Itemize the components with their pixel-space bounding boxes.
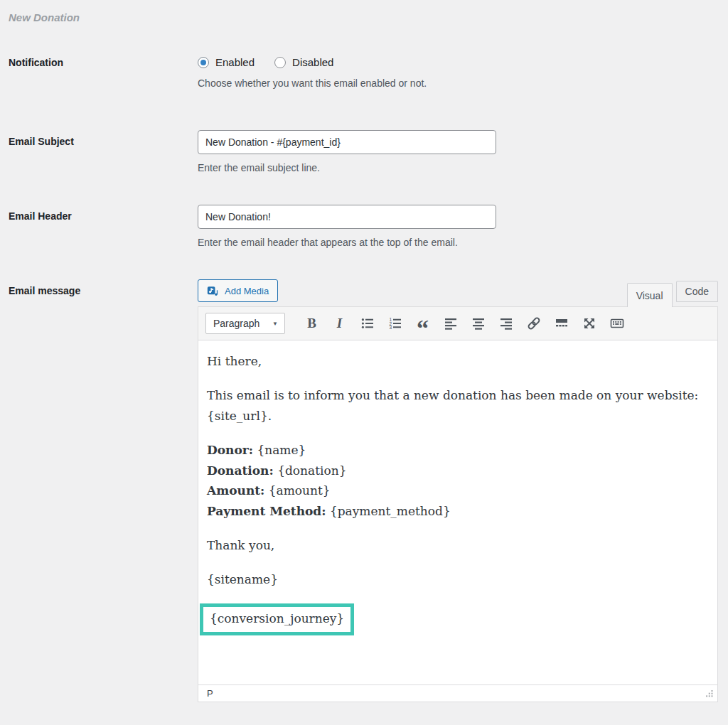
page-title: New Donation [9, 11, 718, 23]
donation-line: Donation: {donation} [207, 461, 707, 481]
conversion-journey-tag-highlighted: {conversion_journey} [200, 603, 354, 635]
payment-method-field-label: Payment Method: [207, 504, 326, 518]
align-right-icon[interactable] [496, 314, 515, 333]
insert-more-tag-icon[interactable] [552, 314, 571, 333]
notification-description: Choose whether you want this email enabl… [198, 77, 718, 89]
link-icon[interactable] [524, 314, 543, 333]
bold-icon[interactable]: B [302, 314, 321, 333]
email-header-input[interactable] [198, 205, 496, 229]
email-settings-page: New Donation Notification Enabled Disabl… [0, 0, 728, 702]
donor-line: Donor: {name} [207, 440, 707, 461]
email-message-label: Email message [9, 279, 198, 702]
amount-field-label: Amount: [207, 483, 264, 498]
email-header-row: Email Header Enter the email header that… [9, 205, 718, 248]
notification-row: Notification Enabled Disabled Choose whe… [9, 56, 718, 89]
radio-disabled-circle[interactable] [274, 57, 286, 68]
element-path: P [207, 688, 213, 699]
tab-code[interactable]: Code [676, 281, 718, 302]
email-header-description: Enter the email header that appears at t… [198, 237, 718, 248]
radio-enabled[interactable]: Enabled [198, 56, 255, 68]
tab-visual[interactable]: Visual [627, 283, 673, 307]
email-body-editor[interactable]: Hi there, This email is to inform you th… [198, 340, 717, 684]
greeting-paragraph: Hi there, [207, 351, 707, 372]
radio-enabled-label: Enabled [215, 56, 255, 68]
donor-field-label: Donor: [207, 443, 253, 457]
notification-radio-group: Enabled Disabled [198, 56, 718, 68]
email-header-label: Email Header [9, 205, 198, 248]
align-center-icon[interactable] [469, 314, 488, 333]
italic-icon[interactable]: I [330, 314, 349, 333]
add-media-icon [207, 285, 219, 297]
editor-mode-tabs: Visual Code [627, 281, 718, 306]
add-media-button[interactable]: Add Media [198, 279, 278, 302]
donation-field-tag: {donation} [277, 463, 346, 478]
editor-toolbar: Paragraph ▼ B I [198, 307, 717, 340]
donation-field-label: Donation: [207, 463, 274, 478]
notification-label: Notification [9, 56, 198, 89]
signature-paragraph: {sitename} [207, 569, 707, 590]
svg-text:3: 3 [389, 325, 392, 330]
editor-status-bar: P [198, 684, 717, 702]
chevron-down-icon: ▼ [272, 321, 278, 327]
amount-line: Amount: {amount} [207, 480, 707, 501]
donation-fields-paragraph: Donor: {name} Donation: {donation} Amoun… [207, 440, 707, 522]
resize-handle-icon[interactable] [705, 689, 714, 698]
payment-method-line: Payment Method: {payment_method} [207, 501, 707, 522]
conversion-journey-paragraph: {conversion_journey} [207, 603, 707, 635]
email-subject-input[interactable] [198, 130, 496, 154]
email-subject-label: Email Subject [9, 130, 198, 173]
align-left-icon[interactable] [441, 314, 460, 333]
toolbar-buttons: B I 1 2 [302, 314, 626, 333]
paragraph-format-dropdown[interactable]: Paragraph ▼ [205, 313, 285, 334]
visual-editor: Paragraph ▼ B I [198, 306, 718, 702]
radio-disabled[interactable]: Disabled [274, 56, 333, 68]
editor-media-tab-bar: Add Media Visual Code [198, 279, 718, 306]
radio-enabled-circle[interactable] [198, 57, 209, 68]
payment-method-field-tag: {payment_method} [330, 504, 451, 518]
bulleted-list-icon[interactable] [358, 314, 377, 333]
closing-paragraph: Thank you, [207, 535, 707, 556]
amount-field-tag: {amount} [269, 483, 331, 498]
intro-paragraph: This email is to inform you that a new d… [207, 385, 707, 426]
email-subject-row: Email Subject Enter the email subject li… [9, 130, 718, 173]
paragraph-format-value: Paragraph [213, 318, 259, 329]
blockquote-icon[interactable]: “ [413, 314, 432, 333]
fullscreen-icon[interactable] [579, 314, 599, 333]
numbered-list-icon[interactable]: 1 2 3 [385, 314, 405, 333]
email-subject-description: Enter the email subject line. [198, 162, 718, 173]
donor-field-tag: {name} [257, 443, 306, 457]
email-message-row: Email message Add Media [9, 279, 718, 702]
keyboard-shortcuts-icon[interactable] [607, 314, 626, 333]
radio-disabled-label: Disabled [292, 56, 333, 68]
add-media-label: Add Media [225, 286, 269, 296]
